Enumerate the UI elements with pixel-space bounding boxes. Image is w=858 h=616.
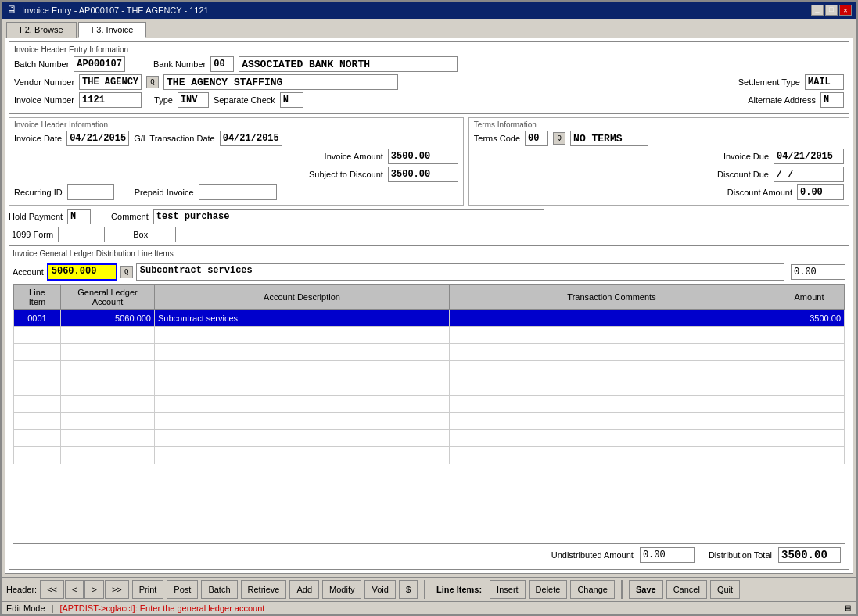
- delete-button[interactable]: Delete: [529, 580, 568, 599]
- nav-prev-button[interactable]: <: [65, 580, 84, 599]
- close-button[interactable]: ✕: [839, 5, 852, 16]
- nav-last-button[interactable]: >>: [105, 580, 129, 599]
- cell-gl-account: 5060.000: [61, 310, 155, 327]
- gl-table-wrapper: LineItem General LedgerAccount Account D…: [13, 284, 845, 544]
- vendor-number-field[interactable]: THE AGENCY: [79, 74, 142, 90]
- cancel-button[interactable]: Cancel: [666, 580, 707, 599]
- batch-number-label: Batch Number: [14, 59, 69, 69]
- settlement-type-field[interactable]: MAIL: [805, 74, 844, 90]
- minimize-button[interactable]: _: [811, 5, 824, 16]
- box-field[interactable]: [153, 227, 176, 242]
- batch-number-field[interactable]: AP000107: [74, 56, 125, 72]
- save-button[interactable]: Save: [629, 580, 663, 599]
- totals-row: Undistributed Amount 0.00 Distribution T…: [13, 544, 845, 566]
- insert-button[interactable]: Insert: [490, 580, 526, 599]
- tab-bar: F2. Browse F3. Invoice: [2, 19, 856, 38]
- account-lookup-button[interactable]: Q: [120, 266, 133, 278]
- settlement-type-label: Settlement Type: [738, 77, 800, 87]
- vendor-number-label: Vendor Number: [14, 77, 74, 87]
- recurring-id-label: Recurring ID: [14, 188, 63, 197]
- nav-buttons: << < > >>: [40, 580, 129, 599]
- prepaid-invoice-field[interactable]: [199, 184, 277, 200]
- invoice-amount-field[interactable]: 3500.00: [388, 149, 458, 164]
- retrieve-button[interactable]: Retrieve: [241, 580, 287, 599]
- footer-separator-2: [621, 580, 623, 599]
- invoice-header-sub: Invoice Header Information Invoice Date …: [9, 117, 464, 206]
- line-items-label: Line Items:: [436, 585, 482, 594]
- col-comments: Transaction Comments: [449, 285, 774, 310]
- invoice-header-sub-title: Invoice Header Information: [14, 120, 458, 129]
- alternate-address-label: Alternate Address: [748, 95, 816, 105]
- distribution-total[interactable]: 3500.00: [778, 547, 841, 563]
- modify-button[interactable]: Modify: [322, 580, 361, 599]
- gl-section-title: Invoice General Ledger Distribution Line…: [13, 249, 845, 258]
- comment-field[interactable]: test purchase: [153, 209, 544, 224]
- terms-lookup-button[interactable]: Q: [553, 132, 565, 145]
- col-gl-account: General LedgerAccount: [61, 285, 155, 310]
- table-row: [14, 430, 845, 447]
- maximize-button[interactable]: □: [825, 5, 838, 16]
- undistributed-label: Undistributed Amount: [551, 550, 634, 560]
- tab-invoice[interactable]: F3. Invoice: [78, 22, 147, 38]
- gl-date-field[interactable]: 04/21/2015: [220, 131, 282, 146]
- alternate-address-field[interactable]: N: [820, 92, 844, 108]
- change-button[interactable]: Change: [570, 580, 615, 599]
- discount-amount-field[interactable]: 0.00: [797, 184, 844, 200]
- print-button[interactable]: Print: [132, 580, 164, 599]
- terms-code-field[interactable]: 00: [525, 131, 548, 146]
- form1099-field[interactable]: [58, 227, 105, 242]
- invoice-due-row: Invoice Due 04/21/2015: [474, 149, 844, 164]
- bank-name-field[interactable]: ASSOCIATED BANK NORTH: [239, 56, 458, 72]
- edit-mode-label: Edit Mode: [6, 603, 45, 613]
- status-separator: |: [52, 603, 54, 613]
- nav-next-button[interactable]: >: [84, 580, 103, 599]
- undistributed-amount[interactable]: 0.00: [640, 547, 695, 563]
- batch-button[interactable]: Batch: [201, 580, 237, 599]
- hold-payment-field[interactable]: N: [67, 209, 91, 224]
- account-row: Account 5060.000 Q Subcontract services …: [13, 263, 845, 281]
- form1099-label: 1099 Form: [12, 230, 53, 239]
- vendor-name-field[interactable]: THE AGENCY STAFFING: [163, 74, 398, 90]
- cell-amount: 3500.00: [774, 310, 845, 327]
- col-amount: Amount: [774, 285, 845, 310]
- cell-line-item: 0001: [14, 310, 61, 327]
- add-button[interactable]: Add: [289, 580, 319, 599]
- invoice-date-field[interactable]: 04/21/2015: [66, 131, 129, 146]
- invoice-due-field[interactable]: 04/21/2015: [774, 149, 844, 164]
- vendor-lookup-button[interactable]: Q: [146, 76, 159, 88]
- prepaid-invoice-label: Prepaid Invoice: [135, 188, 194, 197]
- main-content: Invoice Header Entry Information Batch N…: [5, 38, 853, 574]
- box-label: Box: [133, 230, 148, 239]
- void-button[interactable]: Void: [364, 580, 395, 599]
- subject-to-discount-field[interactable]: 3500.00: [388, 167, 458, 182]
- table-row[interactable]: 0001 5060.000 Subcontract services 3500.…: [14, 310, 845, 327]
- discount-due-field[interactable]: / /: [774, 167, 844, 182]
- type-field[interactable]: INV: [178, 92, 209, 108]
- account-description[interactable]: Subcontract services: [136, 263, 784, 281]
- invoice-date-row: Invoice Date 04/21/2015 G/L Transaction …: [14, 131, 458, 146]
- dollar-button[interactable]: $: [399, 580, 418, 599]
- terms-sub-title: Terms Information: [474, 120, 844, 129]
- quit-button[interactable]: Quit: [710, 580, 740, 599]
- terms-code-label: Terms Code: [474, 134, 520, 143]
- invoice-date-label: Invoice Date: [14, 134, 62, 143]
- recurring-id-field[interactable]: [67, 184, 114, 200]
- post-button[interactable]: Post: [167, 580, 198, 599]
- form1099-row: 1099 Form Box: [9, 227, 849, 242]
- nav-first-button[interactable]: <<: [40, 580, 64, 599]
- subject-to-discount-label: Subject to Discount: [309, 170, 383, 179]
- cell-comments: [449, 310, 774, 327]
- bank-number-field[interactable]: 00: [210, 56, 234, 72]
- tab-browse[interactable]: F2. Browse: [6, 22, 77, 38]
- separate-check-field[interactable]: N: [280, 92, 303, 108]
- account-field[interactable]: 5060.000: [47, 263, 117, 281]
- table-row: [14, 447, 845, 464]
- header-entry-section: Invoice Header Entry Information Batch N…: [9, 41, 849, 114]
- invoice-number-label: Invoice Number: [14, 95, 74, 105]
- invoice-due-label: Invoice Due: [723, 152, 769, 161]
- account-amount[interactable]: 0.00: [791, 264, 845, 280]
- table-row: [14, 344, 845, 361]
- gl-table: LineItem General LedgerAccount Account D…: [13, 285, 845, 464]
- invoice-number-field[interactable]: 1121: [79, 92, 142, 108]
- terms-name-field[interactable]: NO TERMS: [570, 131, 648, 146]
